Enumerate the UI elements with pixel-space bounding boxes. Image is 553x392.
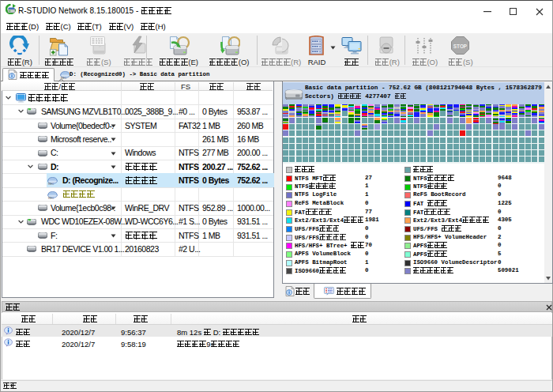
- svg-text:REC: REC: [48, 196, 55, 198]
- svg-text:REC: REC: [48, 183, 55, 185]
- svg-text:STOP: STOP: [453, 43, 468, 49]
